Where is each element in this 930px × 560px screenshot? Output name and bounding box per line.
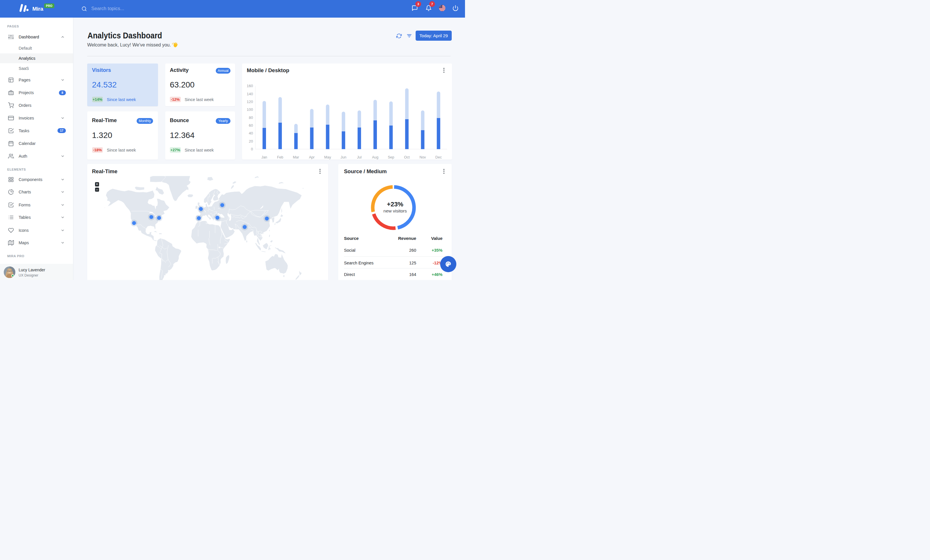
svg-text:Jan: Jan (262, 155, 267, 160)
svg-text:100: 100 (246, 107, 253, 112)
svg-text:20: 20 (249, 139, 253, 143)
svg-text:Oct: Oct (404, 155, 410, 160)
svg-text:May: May (324, 155, 331, 160)
svg-text:Apr: Apr (309, 155, 314, 160)
svg-text:Sep: Sep (388, 155, 394, 160)
svg-text:Dec: Dec (435, 155, 442, 160)
svg-text:Aug: Aug (372, 155, 378, 160)
svg-text:Mar: Mar (293, 155, 299, 160)
svg-text:80: 80 (249, 115, 253, 120)
svg-text:120: 120 (246, 100, 253, 104)
svg-text:Jul: Jul (357, 155, 362, 160)
svg-text:Jun: Jun (340, 155, 346, 160)
svg-text:40: 40 (249, 131, 253, 135)
svg-text:60: 60 (249, 123, 253, 127)
svg-text:0: 0 (251, 147, 253, 151)
svg-text:Feb: Feb (277, 155, 283, 160)
svg-text:140: 140 (246, 92, 253, 96)
svg-text:Nov: Nov (419, 155, 426, 160)
svg-text:160: 160 (246, 84, 253, 88)
